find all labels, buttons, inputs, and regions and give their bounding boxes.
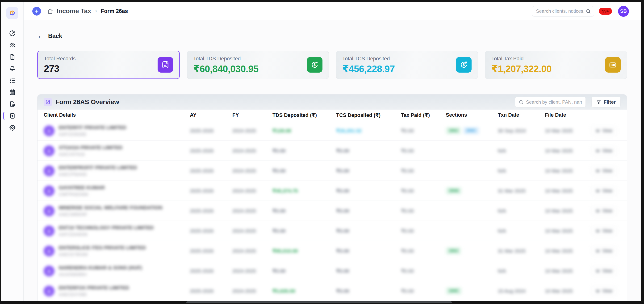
stat-card-total-tcs[interactable]: Total TCS Deposited ₹456,228.97 $ <box>336 51 478 79</box>
eye-icon <box>596 249 600 253</box>
sidebar-item-dashboard[interactable] <box>7 27 18 39</box>
table-row: ENTERSLICE ITES PRIVATE LIMITED AAECE780… <box>38 241 627 261</box>
sidebar-item-settings[interactable] <box>7 122 18 133</box>
client-pan: AAJHN8489H <box>59 272 142 277</box>
main-area: + Income Tax › Form 26as 99+ SB ← <box>24 2 641 301</box>
cell-ay: 2025-2026 <box>190 228 232 234</box>
sidebar-item-documents[interactable] <box>7 51 18 63</box>
cell-tax-paid: ₹0.00 <box>401 168 446 174</box>
view-button[interactable]: View <box>591 246 617 256</box>
stat-value: ₹456,228.97 <box>342 63 456 74</box>
eye-icon <box>596 128 600 133</box>
cell-file-date: 10 Mar 2025 <box>545 228 591 234</box>
sidebar-item-calendar[interactable] <box>7 86 18 98</box>
client-pan: AAECE7803M <box>59 252 146 257</box>
table-row-content: ENTERFIT PRIVATE LIMITED AAFCE9636E 2025… <box>38 121 627 140</box>
table-body: ENTERFIT PRIVATE LIMITED AAFCE9636E 2025… <box>38 121 627 301</box>
cell-fy: 2024-2025 <box>232 268 272 274</box>
stat-label: Total Records <box>44 56 158 62</box>
client-avatar <box>44 145 54 156</box>
col-fy: FY <box>232 112 272 118</box>
stat-card-total-tds[interactable]: Total TDS Deposited ₹60,840,030.95 $ <box>187 51 329 79</box>
cell-tds: ₹0.00 <box>272 208 336 214</box>
breadcrumb-app[interactable]: Income Tax <box>56 7 91 15</box>
document-icon <box>9 53 16 60</box>
view-button[interactable]: View <box>591 186 617 196</box>
client-name: XTOASA PRIVATE LIMITED <box>59 145 122 150</box>
table-row-content: XTOASA PRIVATE LIMITED AAICX9761E 2025-2… <box>38 141 627 160</box>
cell-tax-paid: ₹0.00 <box>401 148 446 154</box>
checklist-icon <box>9 77 16 84</box>
stat-value: ₹60,840,030.95 <box>193 63 307 74</box>
cell-file-date: 10 Mar 2025 <box>545 168 591 174</box>
sidebar-item-notifications[interactable] <box>7 63 18 74</box>
eye-icon <box>596 169 600 173</box>
cell-tax-paid: ₹0.00 <box>401 288 446 294</box>
table-search-input[interactable] <box>526 99 582 105</box>
eye-icon <box>596 189 600 193</box>
col-tcs-deposited: TCS Deposited (₹) <box>336 112 401 118</box>
gear-icon <box>9 124 16 131</box>
top-header: + Income Tax › Form 26as 99+ SB <box>24 2 641 20</box>
view-button[interactable]: View <box>591 126 617 136</box>
cell-file-date: 10 Mar 2025 <box>545 288 591 294</box>
view-button[interactable]: View <box>591 286 617 296</box>
sidebar-item-reports[interactable] <box>7 98 18 110</box>
cell-tds: ₹45,374.75 <box>272 188 336 194</box>
stat-card-total-records[interactable]: Total Records 273 <box>37 51 180 79</box>
sidebar-item-income-tax[interactable]: ₹ <box>7 110 18 122</box>
tcs-arrow-icon: $ <box>456 57 472 73</box>
client-pan: AAECE4748E <box>59 292 129 297</box>
eye-icon <box>596 148 600 153</box>
table-card-header: Form 26AS Overview Filter <box>38 94 627 110</box>
cell-sections: 194A <box>446 187 498 194</box>
cell-tcs: ₹0.00 <box>336 168 401 174</box>
sidebar-item-clients[interactable] <box>7 39 18 51</box>
table-search[interactable] <box>515 97 586 107</box>
stat-label: Total Tax Paid <box>491 56 605 62</box>
view-button[interactable]: View <box>591 146 617 156</box>
view-label: View <box>602 228 612 234</box>
add-button[interactable]: + <box>32 7 41 15</box>
cell-ay: 2025-2026 <box>190 148 232 154</box>
sidebar-nav: ₹ <box>7 27 18 133</box>
user-avatar[interactable]: SB <box>618 6 629 17</box>
global-search-input[interactable] <box>536 8 586 14</box>
client-avatar <box>44 286 54 297</box>
filter-button[interactable]: Filter <box>592 97 621 107</box>
view-button[interactable]: View <box>591 266 617 276</box>
client-pan: AAFCE9636E <box>59 132 126 137</box>
cell-tds: ₹85,010.00 <box>272 248 336 254</box>
back-button[interactable]: ← Back <box>37 32 68 39</box>
view-button[interactable]: View <box>591 166 617 176</box>
app-window: ₹ + Income Tax › Form 26as <box>1 2 641 301</box>
document-icon <box>158 57 173 73</box>
view-button[interactable]: View <box>591 206 617 216</box>
table-column-headers: Client Details AY FY TDS Deposited (₹) T… <box>38 110 627 121</box>
cell-txn-date: 31 Mar 2025 <box>498 248 545 254</box>
view-button[interactable]: View <box>591 226 617 236</box>
cell-fy: 2024-2025 <box>232 188 272 194</box>
app-logo[interactable] <box>6 7 18 19</box>
global-search[interactable] <box>532 6 594 16</box>
view-label: View <box>602 268 612 274</box>
col-client-details: Client Details <box>44 112 190 118</box>
home-icon[interactable] <box>47 8 54 15</box>
sidebar-item-tasks[interactable] <box>7 74 18 86</box>
eye-icon <box>596 229 600 233</box>
tds-refresh-icon: $ <box>307 57 322 73</box>
notification-badge[interactable]: 99+ <box>599 8 612 14</box>
cell-txn-date: 15 Aug 2024 <box>498 288 545 294</box>
client-name: NARENDRA KUMAR & SONS (HUF) <box>59 265 142 271</box>
client-avatar <box>44 266 54 277</box>
horizontal-scrollbar[interactable] <box>186 302 452 303</box>
svg-text:₹: ₹ <box>11 114 13 118</box>
table-row-content: ENT10 TECHNOLOGY PRIVATE LIMITED AAFCE64… <box>38 221 627 241</box>
col-ay: AY <box>190 112 232 118</box>
filter-label: Filter <box>604 99 616 105</box>
stat-card-total-tax-paid[interactable]: Total Tax Paid ₹1,207,322.00 <box>485 51 627 79</box>
stat-label: Total TDS Deposited <box>193 56 307 62</box>
cell-tds: ₹0.00 <box>272 268 336 274</box>
table-row: ENTERFOX PRIVATE LIMITED AAECE4748E 2025… <box>38 281 627 301</box>
client-pan: AAFCE6460M <box>59 232 154 237</box>
